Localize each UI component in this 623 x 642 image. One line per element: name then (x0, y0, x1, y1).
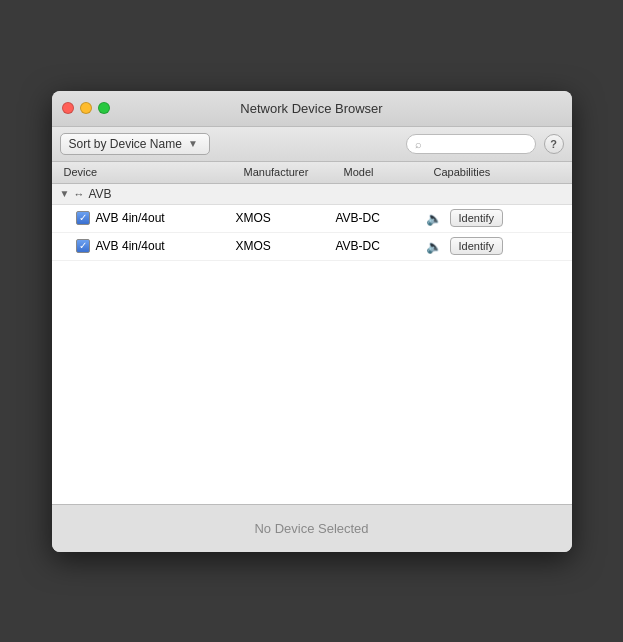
search-icon: ⌕ (415, 138, 422, 150)
network-icon: ↔ (73, 188, 84, 200)
device-manufacturer-1: XMOS (236, 211, 336, 225)
traffic-lights (62, 102, 110, 114)
chevron-down-icon: ▼ (188, 138, 198, 149)
column-headers: Device Manufacturer Model Capabilities (52, 162, 572, 184)
device-name-2: AVB 4in/4out (96, 239, 236, 253)
close-button[interactable] (62, 102, 74, 114)
sort-dropdown[interactable]: Sort by Device Name ▼ (60, 133, 210, 155)
main-window: Network Device Browser Sort by Device Na… (52, 91, 572, 552)
device-manufacturer-2: XMOS (236, 239, 336, 253)
titlebar: Network Device Browser (52, 91, 572, 127)
table-row[interactable]: ✓ AVB 4in/4out XMOS AVB-DC 🔈 Identify (52, 205, 572, 233)
col-header-device: Device (60, 166, 240, 178)
device-checkbox-2[interactable]: ✓ (76, 239, 90, 253)
device-model-2: AVB-DC (336, 239, 426, 253)
device-checkbox-1[interactable]: ✓ (76, 211, 90, 225)
speaker-icon: 🔈 (426, 239, 442, 254)
minimize-button[interactable] (80, 102, 92, 114)
help-button[interactable]: ? (544, 134, 564, 154)
search-input[interactable] (425, 137, 515, 151)
window-title: Network Device Browser (240, 101, 382, 116)
capabilities-2: 🔈 Identify (426, 237, 564, 255)
sort-label: Sort by Device Name (69, 137, 182, 151)
search-box: ⌕ (406, 134, 536, 154)
status-bar: No Device Selected (52, 504, 572, 552)
group-arrow-icon: ▼ (60, 188, 70, 199)
toolbar: Sort by Device Name ▼ ⌕ ? (52, 127, 572, 162)
identify-button-2[interactable]: Identify (450, 237, 503, 255)
speaker-icon: 🔈 (426, 211, 442, 226)
group-name: AVB (88, 187, 111, 201)
maximize-button[interactable] (98, 102, 110, 114)
group-header-avb[interactable]: ▼ ↔ AVB (52, 184, 572, 205)
col-header-manufacturer: Manufacturer (240, 166, 340, 178)
device-name-1: AVB 4in/4out (96, 211, 236, 225)
col-header-capabilities: Capabilities (430, 166, 564, 178)
check-icon: ✓ (79, 213, 87, 223)
content-area: ▼ ↔ AVB ✓ AVB 4in/4out XMOS AVB-DC 🔈 Ide… (52, 184, 572, 504)
status-text: No Device Selected (254, 521, 368, 536)
capabilities-1: 🔈 Identify (426, 209, 564, 227)
device-model-1: AVB-DC (336, 211, 426, 225)
identify-button-1[interactable]: Identify (450, 209, 503, 227)
table-row[interactable]: ✓ AVB 4in/4out XMOS AVB-DC 🔈 Identify (52, 233, 572, 261)
col-header-model: Model (340, 166, 430, 178)
help-label: ? (550, 138, 557, 150)
check-icon: ✓ (79, 241, 87, 251)
